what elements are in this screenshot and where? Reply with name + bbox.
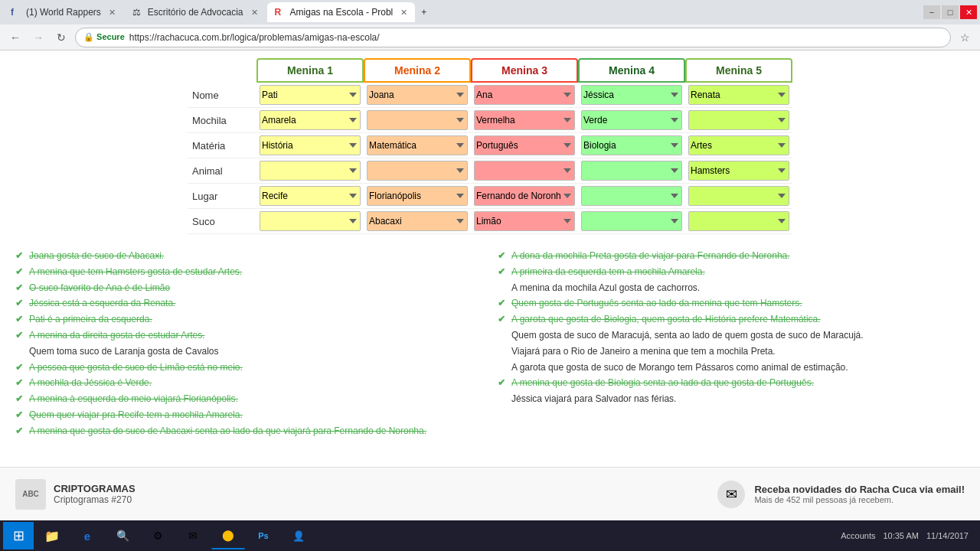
clue-r3: ✔ A menina da mochila Azul gosta de cach… <box>498 282 965 295</box>
tray-accounts-label[interactable]: Accounts <box>838 531 877 540</box>
clue-text-r5: A garota que gosta de Biologia, quem gos… <box>511 313 821 326</box>
maximize-button[interactable]: □ <box>942 5 959 19</box>
select-m5-suco[interactable] <box>688 211 789 231</box>
criptogramas-icon-text: ABC <box>22 490 39 498</box>
cell-m2-mochila <box>364 108 471 133</box>
header-menina4: Menina 4 <box>578 58 685 83</box>
bookmark-button[interactable]: ☆ <box>956 28 974 47</box>
minimize-button[interactable]: − <box>923 5 940 19</box>
select-m4-mochila[interactable]: Verde <box>581 110 682 130</box>
cell-m5-suco <box>685 209 792 234</box>
select-m2-nome[interactable]: Joana <box>367 85 468 105</box>
start-button[interactable]: ⊞ <box>3 522 34 549</box>
select-m1-lugar[interactable]: Recife <box>260 186 361 206</box>
tab-label-2: Escritório de Advocacia <box>148 7 243 18</box>
clue-text-r2: A primeira da esquerda tem a mochila Ama… <box>511 266 705 279</box>
close-button[interactable]: ✕ <box>960 5 977 19</box>
puzzle-grid: Menina 1 Menina 2 Menina 3 Menina 4 Meni… <box>188 58 792 234</box>
tab-world-rappers[interactable]: f (1) World Rappers ✕ <box>3 2 123 22</box>
select-m4-animal[interactable] <box>581 161 682 181</box>
criptogramas-icon: ABC <box>15 479 46 510</box>
label-mochila: Mochila <box>188 108 256 133</box>
cell-m5-animal: Hamsters <box>685 158 792 184</box>
taskbar-chrome[interactable]: ⬤ <box>211 522 245 549</box>
clue-text-5: Pati é a primeira da esquerda. <box>29 313 152 326</box>
select-m2-lugar[interactable]: Florianópolis <box>367 186 468 206</box>
header-menina2: Menina 2 <box>364 58 471 83</box>
tray-time: 10:35 AM <box>880 531 920 540</box>
cell-m4-materia: Biologia <box>578 133 685 158</box>
select-m3-nome[interactable]: Ana <box>474 85 575 105</box>
clue-6: ✔ A menina da direita gosta de estudar A… <box>15 329 482 342</box>
clue-check-r5: ✔ <box>498 313 508 326</box>
select-m1-mochila[interactable]: Amarela <box>260 110 361 130</box>
select-m5-mochila[interactable] <box>688 110 789 130</box>
puzzle-container: Menina 1 Menina 2 Menina 3 Menina 4 Meni… <box>15 58 965 444</box>
tab-favicon-3: R <box>275 7 286 18</box>
taskbar-ie[interactable]: e <box>70 522 104 549</box>
refresh-button[interactable]: ↻ <box>52 28 70 47</box>
clue-text-6: A menina da direita gosta de estudar Art… <box>29 329 204 342</box>
clue-text-r9: A menina que gosta de Biologia senta ao … <box>511 377 814 390</box>
clues-columns: ✔ Joana gosta de suco de Abacaxi. ✔ A me… <box>15 249 965 441</box>
select-m4-lugar[interactable] <box>581 186 682 206</box>
cell-m5-mochila <box>685 108 792 133</box>
address-bar[interactable]: 🔒 Secure https://rachacuca.com.br/logica… <box>75 28 951 47</box>
select-m2-animal[interactable] <box>367 161 468 181</box>
select-m5-materia[interactable]: Artes <box>688 135 789 155</box>
tab-close-2[interactable]: ✕ <box>251 8 258 18</box>
select-m3-mochila[interactable]: Vermelha <box>474 110 575 130</box>
select-m2-mochila[interactable] <box>367 110 468 130</box>
select-m2-suco[interactable]: Abacaxi <box>367 211 468 231</box>
cell-m3-lugar: Fernando de Noronha <box>471 184 578 209</box>
new-tab-button[interactable]: + <box>416 2 438 22</box>
clue-check-4: ✔ <box>15 297 26 310</box>
header-empty <box>188 58 256 83</box>
select-m4-materia[interactable]: Biologia <box>581 135 682 155</box>
select-m1-nome[interactable]: Pati <box>260 85 361 105</box>
select-m1-animal[interactable] <box>260 161 361 181</box>
tab-advocacia[interactable]: ⚖ Escritório de Advocacia ✕ <box>125 2 266 22</box>
nav-bar: ← → ↻ 🔒 Secure https://rachacuca.com.br/… <box>0 24 980 51</box>
cell-m4-animal <box>578 158 685 184</box>
select-m3-suco[interactable]: Limão <box>474 211 575 231</box>
select-m5-animal[interactable]: Hamsters <box>688 161 789 181</box>
clue-r6: ✔ Quem gosta de suco de Maracujá, senta … <box>498 329 965 342</box>
select-m3-lugar[interactable]: Fernando de Noronha <box>474 186 575 206</box>
title-bar: f (1) World Rappers ✕ ⚖ Escritório de Ad… <box>0 0 980 24</box>
clue-check-12: ✔ <box>15 425 26 438</box>
taskbar-file-explorer[interactable]: 📁 <box>35 522 69 549</box>
cell-m2-materia: Matemática <box>364 133 471 158</box>
label-nome: Nome <box>188 83 256 108</box>
select-m1-materia[interactable]: História <box>260 135 361 155</box>
select-m2-materia[interactable]: Matemática <box>367 135 468 155</box>
tab-close-3[interactable]: ✕ <box>400 8 407 18</box>
criptogramas-item[interactable]: ABC CRIPTOGRAMAS Criptogramas #270 <box>15 479 136 510</box>
forward-button[interactable]: → <box>29 28 47 47</box>
tab-amigas[interactable]: R Amigas na Escola - Probl ✕ <box>267 2 416 22</box>
taskbar-settings[interactable]: ⚙ <box>141 522 175 549</box>
cell-m1-materia: História <box>256 133 364 158</box>
select-m1-suco[interactable] <box>260 211 361 231</box>
select-m5-nome[interactable]: Renata <box>688 85 789 105</box>
taskbar-windows-search[interactable]: 🔍 <box>106 522 139 549</box>
cell-m1-lugar: Recife <box>256 184 364 209</box>
clue-text-1: Joana gosta de suco de Abacaxi. <box>29 249 164 262</box>
clue-text-r6: Quem gosta de suco de Maracujá, senta ao… <box>511 329 864 342</box>
header-menina5: Menina 5 <box>685 58 792 83</box>
clue-check-r2: ✔ <box>498 266 508 279</box>
clues-section: ✔ Joana gosta de suco de Abacaxi. ✔ A me… <box>15 246 965 444</box>
select-m5-lugar[interactable] <box>688 186 789 206</box>
taskbar-mail[interactable]: ✉ <box>176 522 210 549</box>
select-m3-materia[interactable]: Português <box>474 135 575 155</box>
taskbar-accounts[interactable]: 👤 <box>282 522 315 549</box>
select-m3-animal[interactable] <box>474 161 575 181</box>
tab-close-1[interactable]: ✕ <box>109 8 116 18</box>
select-m4-nome[interactable]: Jéssica <box>581 85 682 105</box>
taskbar-photoshop[interactable]: Ps <box>247 522 280 549</box>
clue-check-2: ✔ <box>15 266 26 279</box>
back-button[interactable]: ← <box>6 28 24 47</box>
select-m4-suco[interactable] <box>581 211 682 231</box>
cell-m1-animal <box>256 158 364 184</box>
clue-text-7: Quem toma suco de Laranja gosta de Caval… <box>29 345 218 358</box>
